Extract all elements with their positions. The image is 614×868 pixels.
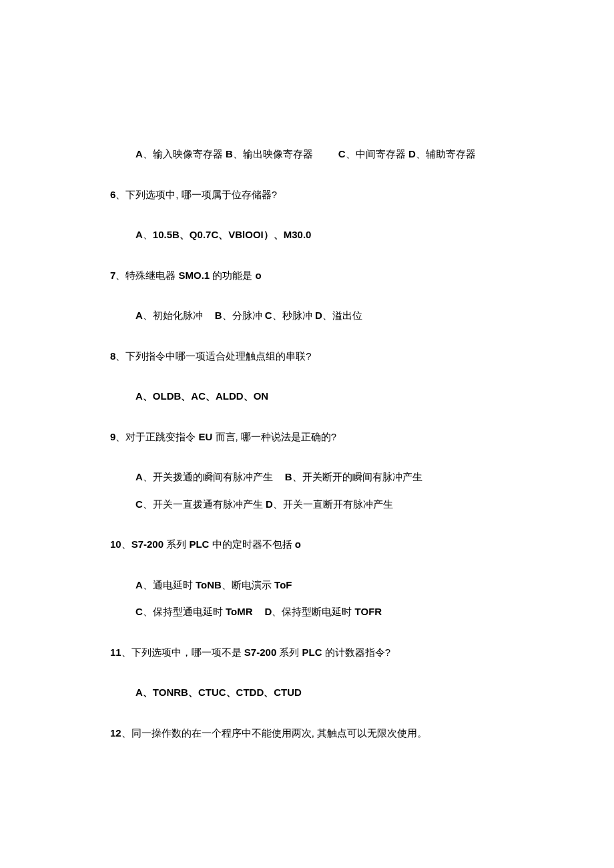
option-a-text: 、输入映像寄存器	[143, 148, 226, 159]
q7-c-text: 、秒脉冲	[272, 310, 315, 321]
q7-c-label: C	[265, 310, 272, 321]
q10-a-label: A	[135, 579, 143, 590]
option-b-text: 、输出映像寄存器	[233, 148, 313, 159]
option-d-label: D	[408, 148, 416, 159]
q7-a-text: 、初始化脉冲	[143, 310, 203, 321]
q10-options-line1: A、通电延时 ToNB、断电演示 ToF	[135, 578, 504, 593]
q10-c-text: 、保持型通电延时	[143, 606, 226, 617]
q7-b-text: 、分脉冲	[222, 310, 265, 321]
q10-a-bold: ToNB	[196, 579, 222, 590]
q9-a-label: A	[135, 471, 143, 482]
q10-text1: 、	[121, 538, 131, 550]
q9-b-label: B	[285, 471, 292, 482]
q10-d-text: 、保持型断电延时	[272, 606, 354, 617]
q8-opt-line: A、OLDB、AC、ALDD、ON	[135, 390, 268, 402]
q10-text3: 中的定时器不包括	[212, 538, 295, 550]
q6-opt-text: 10.5B、Q0.7C、VBlOOI）、M30.0	[153, 229, 312, 240]
q11-text1: 、下列选项中，哪一项不是	[121, 646, 244, 658]
q10-options: A、通电延时 ToNB、断电演示 ToF C、保持型通电延时 ToMRD、保持型…	[110, 578, 504, 620]
q6-text: 、下列选项中, 哪一项属于位存储器?	[115, 189, 277, 200]
q10-d-label: D	[265, 606, 272, 617]
q7-d-label: D	[315, 310, 322, 321]
q10-c-bold: ToMR	[226, 606, 253, 617]
q10-bold3: o	[295, 538, 301, 550]
q6-a-sep: 、	[143, 229, 153, 240]
q9-options: A、开关拨通的瞬间有脉冲产生B、开关断开的瞬间有脉冲产生 C、开关一直拨通有脉冲…	[110, 470, 504, 512]
q8-options: A、OLDB、AC、ALDD、ON	[110, 389, 504, 404]
q10: 10、S7-200 系列 PLC 中的定时器不包括 o	[110, 537, 504, 552]
q6: 6、下列选项中, 哪一项属于位存储器?	[110, 187, 504, 203]
q7-bold2: o	[256, 270, 262, 281]
q10-a-bold2: ToF	[274, 579, 292, 590]
q7-text1: 、特殊继电器	[115, 270, 178, 281]
q11-opt-line: A、TONRB、CTUC、CTDD、CTUD	[135, 687, 302, 698]
q6-a-label: A	[135, 229, 143, 240]
q11-num: 11	[110, 646, 121, 658]
q11-bold1: S7-200	[244, 646, 280, 658]
q10-c-label: C	[135, 606, 143, 617]
option-d-text: 、辅助寄存器	[416, 148, 476, 159]
q10-options-line2: C、保持型通电延时 ToMRD、保持型断电延时 TOFR	[135, 604, 504, 620]
q11: 11、下列选项中，哪一项不是 S7-200 系列 PLC 的计数器指令?	[110, 645, 504, 661]
q12-text: 、同一操作数的在一个程序中不能使用两次, 其触点可以无限次使用。	[121, 727, 427, 739]
q7-d-text: 、溢出位	[322, 310, 362, 321]
option-b-label: B	[226, 148, 233, 159]
q9-b-text: 、开关断开的瞬间有脉冲产生	[292, 471, 422, 482]
option-a-label: A	[135, 148, 143, 159]
q10-a-text: 、通电延时	[143, 579, 196, 590]
q9-c-text: 、开关一直拨通有脉冲产生	[143, 498, 266, 510]
q9-a-text: 、开关拨通的瞬间有脉冲产生	[143, 471, 273, 482]
q10-text2: 系列	[166, 538, 189, 550]
q9-bold1: EU	[199, 431, 216, 442]
q9-d-text: 、开关一直断开有脉冲产生	[273, 498, 393, 510]
q10-bold1: S7-200	[131, 538, 167, 550]
q9-options-line2: C、开关一直拨通有脉冲产生 D、开关一直断开有脉冲产生	[135, 497, 504, 512]
q5-options: A、输入映像寄存器 B、输出映像寄存器C、中间寄存器 D、辅助寄存器	[110, 147, 504, 162]
q10-num: 10	[110, 538, 121, 550]
q9-text2: 而言, 哪一种说法是正确的?	[216, 431, 337, 442]
q10-d-bold: TOFR	[355, 606, 382, 617]
option-c-label: C	[338, 148, 346, 159]
q9-d-label: D	[266, 498, 273, 510]
q7-b-label: B	[215, 310, 222, 321]
q11-bold2: PLC	[302, 646, 325, 658]
q6-options: A、10.5B、Q0.7C、VBlOOI）、M30.0	[110, 228, 504, 243]
q8-text: 、下列指令中哪一项适合处理触点组的串联?	[115, 350, 311, 362]
option-c-text: 、中间寄存器	[346, 148, 408, 159]
q9-options-line1: A、开关拨通的瞬间有脉冲产生B、开关断开的瞬间有脉冲产生	[135, 470, 504, 485]
q9: 9、对于正跳变指令 EU 而言, 哪一种说法是正确的?	[110, 430, 504, 445]
q7: 7、特殊继电器 SMO.1 的功能是 o	[110, 268, 504, 284]
q8: 8、下列指令中哪一项适合处理触点组的串联?	[110, 349, 504, 364]
q9-text1: 、对于正跳变指令	[115, 431, 198, 442]
q7-options: A、初始化脉冲B、分脉冲 C、秒脉冲 D、溢出位	[110, 308, 504, 324]
q10-a-text2: 、断电演示	[222, 579, 274, 590]
q11-text3: 的计数器指令?	[325, 646, 390, 658]
q9-c-label: C	[135, 498, 143, 510]
q11-text2: 系列	[279, 646, 302, 658]
q12-num: 12	[110, 727, 121, 739]
q10-bold2: PLC	[189, 538, 212, 550]
q7-text2: 的功能是	[212, 270, 255, 281]
q7-bold1: SMO.1	[179, 270, 213, 281]
q11-options: A、TONRB、CTUC、CTDD、CTUD	[110, 685, 504, 701]
q7-a-label: A	[135, 310, 143, 321]
q12: 12、同一操作数的在一个程序中不能使用两次, 其触点可以无限次使用。	[110, 726, 504, 741]
